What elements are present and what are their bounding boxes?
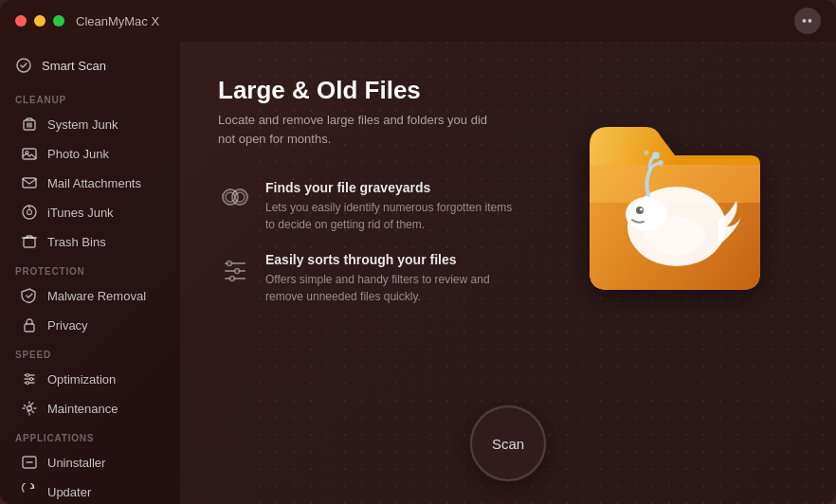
sidebar-item-trash-bins[interactable]: Trash Bins [6, 227, 174, 256]
feature-title: Easily sorts through your files [265, 252, 521, 267]
sidebar-item-smart-scan[interactable]: Smart Scan [0, 49, 180, 81]
sidebar-item-maintenance[interactable]: Maintenance [6, 394, 174, 423]
svg-point-18 [30, 378, 33, 381]
sort-icon [218, 254, 252, 288]
folder-illustration [542, 61, 808, 326]
sidebar: Smart Scan Cleanup System Junk [0, 42, 180, 504]
svg-point-33 [235, 269, 240, 274]
avatar-icon: •• [802, 13, 813, 28]
privacy-icon [21, 316, 38, 333]
svg-rect-5 [23, 149, 36, 159]
photo-junk-icon [21, 145, 38, 162]
svg-point-38 [636, 207, 644, 214]
svg-point-31 [227, 261, 232, 266]
feature-text-sort: Easily sorts through your files Offers s… [265, 252, 521, 305]
graveyard-icon [218, 182, 252, 216]
svg-point-29 [235, 192, 245, 202]
updater-icon [21, 483, 38, 500]
app-window: CleanMyMac X •• Smart Scan Cleanup [0, 0, 836, 504]
sidebar-item-label: Privacy [47, 318, 88, 333]
malware-icon [21, 287, 38, 304]
maintenance-icon [21, 400, 38, 417]
sidebar-item-mail-attachments[interactable]: Mail Attachments [6, 169, 174, 197]
scan-button[interactable]: Scan [470, 405, 546, 481]
sidebar-item-label: Optimization [47, 372, 116, 387]
svg-point-43 [645, 217, 705, 255]
svg-point-42 [645, 151, 649, 155]
smart-scan-icon [15, 57, 32, 74]
trash-icon [21, 233, 38, 250]
sidebar-item-updater[interactable]: Updater [6, 477, 174, 504]
sidebar-item-label: Uninstaller [47, 456, 105, 470]
main-layout: Smart Scan Cleanup System Junk [0, 42, 836, 504]
sidebar-item-label: System Junk [47, 117, 118, 132]
close-button[interactable] [15, 15, 27, 27]
svg-rect-11 [24, 238, 35, 247]
titlebar: CleanMyMac X •• [0, 0, 836, 42]
sidebar-item-itunes-junk[interactable]: iTunes Junk [6, 198, 174, 226]
svg-point-41 [658, 160, 663, 166]
svg-point-35 [230, 277, 235, 281]
svg-point-19 [27, 382, 29, 385]
svg-point-39 [640, 208, 643, 211]
sidebar-item-label: Maintenance [47, 402, 118, 416]
sidebar-item-label: Photo Junk [47, 147, 109, 161]
svg-point-17 [27, 374, 29, 377]
feature-title: Finds your file graveyards [265, 180, 521, 195]
sidebar-item-optimization[interactable]: Optimization [6, 365, 174, 393]
mail-icon [21, 174, 38, 191]
minimize-button[interactable] [34, 15, 45, 27]
sidebar-item-uninstaller[interactable]: Uninstaller [6, 448, 174, 477]
sidebar-item-label: Trash Bins [47, 235, 106, 249]
window-controls [15, 15, 64, 27]
sidebar-item-label: Updater [47, 485, 91, 499]
svg-rect-7 [23, 178, 36, 188]
sidebar-item-malware-removal[interactable]: Malware Removal [6, 281, 174, 310]
sidebar-item-label: Malware Removal [47, 289, 146, 303]
sidebar-item-label: iTunes Junk [47, 206, 114, 220]
sidebar-item-privacy[interactable]: Privacy [6, 311, 174, 339]
uninstaller-icon [21, 454, 38, 471]
svg-point-40 [652, 152, 660, 159]
feature-desc: Lets you easily identify numerous forgot… [265, 199, 521, 233]
sidebar-item-photo-junk[interactable]: Photo Junk [6, 139, 174, 168]
content-area: Large & Old Files Locate and remove larg… [180, 42, 836, 504]
section-label-protection: Protection [0, 257, 180, 280]
itunes-icon [21, 204, 38, 221]
smart-scan-label: Smart Scan [42, 59, 106, 73]
maximize-button[interactable] [53, 15, 64, 27]
sidebar-item-label: Mail Attachments [47, 176, 141, 190]
svg-rect-13 [25, 324, 34, 332]
app-title: CleanMyMac X [76, 14, 159, 28]
section-label-applications: Applications [0, 423, 180, 447]
feature-text-graveyards: Finds your file graveyards Lets you easi… [265, 180, 521, 233]
scan-button-container: Scan [470, 405, 546, 481]
avatar-button[interactable]: •• [794, 8, 821, 34]
optimization-icon [21, 370, 38, 387]
section-label-cleanup: Cleanup [0, 85, 180, 109]
section-label-speed: Speed [0, 340, 180, 364]
feature-desc: Offers simple and handy filters to revie… [265, 271, 521, 305]
system-junk-icon [21, 116, 38, 133]
sidebar-item-system-junk[interactable]: System Junk [6, 110, 174, 138]
page-subtitle: Locate and remove large files and folder… [218, 111, 502, 148]
svg-point-9 [27, 210, 32, 215]
